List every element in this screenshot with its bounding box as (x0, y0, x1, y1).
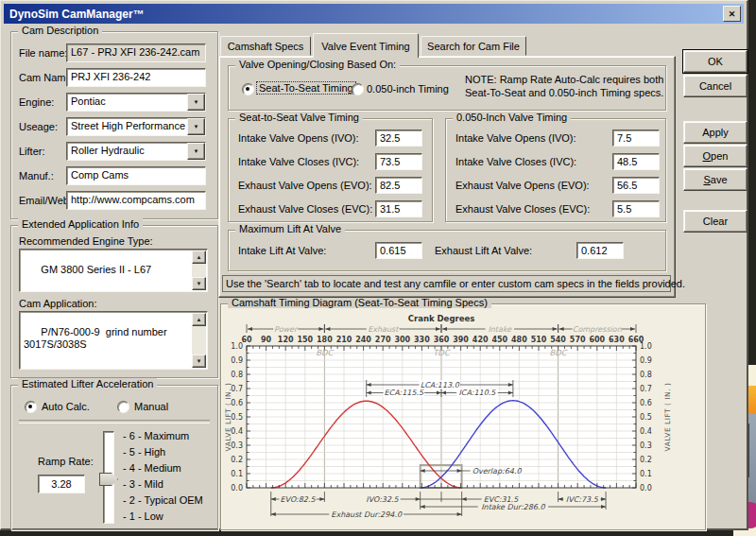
seat-to-seat-label[interactable]: Seat-To-Seat Timing (257, 82, 355, 94)
close-icon[interactable]: ✕ (723, 6, 741, 22)
seat-ivc-label: Intake Valve Closes (IVC): (238, 156, 359, 167)
svg-text:630: 630 (609, 336, 625, 344)
extended-info-title: Extended Application Info (18, 218, 143, 230)
cam-application-value: P/N76-000-9 grind number 3017S/3038S (24, 326, 167, 350)
inch-evc-field[interactable]: 5.5 (612, 200, 660, 217)
svg-text:IVC:73.5: IVC:73.5 (566, 495, 599, 504)
exhaust-lift-field[interactable]: 0.612 (576, 242, 624, 259)
ramp-rate-slider-thumb[interactable] (99, 473, 118, 486)
svg-text:Exhaust Dur:294.0: Exhaust Dur:294.0 (331, 510, 403, 519)
save-button[interactable]: Save (683, 168, 747, 191)
svg-text:ECA:115.5: ECA:115.5 (385, 389, 424, 397)
ok-button[interactable]: OK (683, 50, 747, 73)
clear-button[interactable]: Clear (683, 210, 747, 233)
svg-text:IVO:32.5: IVO:32.5 (366, 495, 399, 504)
svg-text:LCA:113.0: LCA:113.0 (421, 381, 460, 389)
cancel-button[interactable]: Cancel (683, 75, 747, 97)
engine-type-label: Recommended Engine Type: (19, 235, 153, 247)
scroll-down-icon[interactable]: ▼ (192, 277, 206, 290)
seat-evc-field[interactable]: 31.5 (375, 200, 422, 217)
max-lift-group: Maximum Lift At Valve Intake Lift At Val… (228, 230, 666, 271)
auto-calc-radio[interactable] (25, 401, 37, 413)
basis-note-line2: Seat-To-Seat and 0.050-inch Timing specs… (465, 87, 663, 98)
file-name-label: File name: (19, 47, 67, 59)
svg-text:0.6: 0.6 (231, 399, 243, 407)
useage-select[interactable]: Street High Performance ▼ (66, 117, 206, 136)
engine-select[interactable]: Pontiac ▼ (66, 93, 206, 112)
intake-lift-label: Intake Lift At Valve: (238, 245, 326, 256)
svg-text:210: 210 (336, 336, 352, 344)
scroll-up-icon[interactable]: ▲ (192, 313, 206, 326)
cam-name-field[interactable]: PRJ XFI 236-242 (66, 68, 206, 87)
engine-type-value: GM 3800 Series II - L67 (41, 264, 151, 275)
dropdown-arrow-icon[interactable]: ▼ (187, 143, 205, 160)
svg-text:420: 420 (472, 336, 489, 344)
cam-application-textarea[interactable]: P/N76-000-9 grind number 3017S/3038S ▲ ▼ (19, 311, 208, 370)
svg-text:0.6: 0.6 (640, 399, 652, 407)
inch-evo-field[interactable]: 56.5 (612, 177, 660, 194)
dynosim-cammanager-dialog: DynoSim CamManager™ ✕ Cam Description Fi… (0, 0, 748, 530)
scroll-up-icon[interactable]: ▲ (192, 251, 206, 264)
dropdown-arrow-icon[interactable]: ▼ (187, 118, 205, 135)
intake-lift-field[interactable]: 0.615 (375, 242, 422, 259)
svg-text:0.3: 0.3 (231, 441, 243, 450)
tab-camshaft-specs[interactable]: Camshaft Specs (220, 36, 311, 56)
email-web-field[interactable]: http://www.compcams.com (66, 191, 206, 210)
dropdown-arrow-icon[interactable]: ▼ (187, 94, 205, 111)
svg-text:240: 240 (355, 336, 371, 344)
manual-label[interactable]: Manual (134, 401, 168, 412)
scale-label-5: - 5 - High (123, 446, 165, 458)
svg-text:Compression: Compression (573, 325, 623, 334)
seat-ivc-field[interactable]: 73.5 (375, 153, 422, 170)
svg-text:0.1: 0.1 (231, 470, 243, 478)
svg-text:1.0: 1.0 (640, 342, 652, 351)
apply-button[interactable]: Apply (683, 121, 747, 144)
inch-ivc-field[interactable]: 48.5 (612, 153, 660, 170)
inch-timing-radio[interactable] (352, 83, 364, 95)
inch-timing-group: 0.050-Inch Valve Timing Intake Valve Ope… (445, 118, 666, 222)
lifter-select[interactable]: Roller Hydraulic ▼ (66, 142, 206, 161)
inch-ivo-label: Intake Valve Opens (IVO): (455, 132, 576, 144)
svg-text:330: 330 (414, 336, 430, 344)
lifter-value[interactable]: Roller Hydraulic (66, 142, 206, 161)
svg-text:540: 540 (550, 336, 566, 344)
svg-text:Overlap:64.0: Overlap:64.0 (472, 467, 523, 475)
manual-radio[interactable] (117, 401, 129, 413)
useage-value[interactable]: Street High Performance (66, 117, 206, 136)
svg-text:450: 450 (491, 336, 507, 344)
seat-ivo-field[interactable]: 32.5 (375, 130, 422, 147)
inch-ivo-field[interactable]: 7.5 (612, 130, 660, 147)
svg-text:VALVE LIFT ( IN. ): VALVE LIFT ( IN. ) (663, 383, 672, 452)
scroll-down-icon[interactable]: ▼ (192, 354, 206, 368)
seat-to-seat-radio[interactable] (242, 83, 254, 95)
lifter-label: Lifter: (19, 146, 45, 157)
open-button[interactable]: Open (683, 145, 747, 167)
svg-text:0.7: 0.7 (640, 385, 652, 393)
engine-value[interactable]: Pontiac (66, 93, 206, 112)
svg-text:60: 60 (241, 336, 252, 344)
svg-text:0.3: 0.3 (640, 441, 652, 450)
basis-note-line1: NOTE: Ramp Rate Auto-Calc requires both (465, 74, 663, 85)
scrollbar[interactable]: ▲ ▼ (192, 251, 206, 290)
engine-type-textarea[interactable]: GM 3800 Series II - L67 ▲ ▼ (19, 249, 208, 292)
scrollbar[interactable]: ▲ ▼ (192, 313, 206, 368)
manuf-field[interactable]: Comp Cams (66, 166, 206, 185)
auto-calc-label[interactable]: Auto Calc. (42, 401, 90, 412)
search-hint-bar: Use the 'Search' tab to locate and test … (222, 275, 671, 292)
valve-basis-group: Valve Opening/Closing Based On: Seat-To-… (228, 65, 666, 111)
tab-valve-event-timing[interactable]: Valve Event Timing (313, 33, 419, 58)
svg-text:0.2: 0.2 (640, 456, 652, 464)
svg-text:390: 390 (453, 336, 469, 344)
svg-text:0.5: 0.5 (231, 413, 243, 422)
window-title: DynoSim CamManager™ (9, 8, 145, 21)
valve-basis-title: Valve Opening/Closing Based On: (235, 59, 400, 70)
svg-text:Power: Power (274, 325, 299, 334)
tab-search-for-cam-file[interactable]: Search for Cam File (421, 36, 526, 56)
svg-text:600: 600 (589, 336, 605, 344)
cam-description-group: Cam Description File name: L67 - PRJ XFI… (10, 31, 218, 219)
svg-text:1.0: 1.0 (231, 342, 243, 351)
svg-text:Intake Dur:286.0: Intake Dur:286.0 (481, 503, 545, 511)
seat-evo-field[interactable]: 82.5 (375, 177, 422, 194)
inch-timing-label[interactable]: 0.050-inch Timing (367, 83, 449, 95)
camshaft-timing-diagram: 6090120150180210240270300330360390420450… (222, 312, 702, 526)
